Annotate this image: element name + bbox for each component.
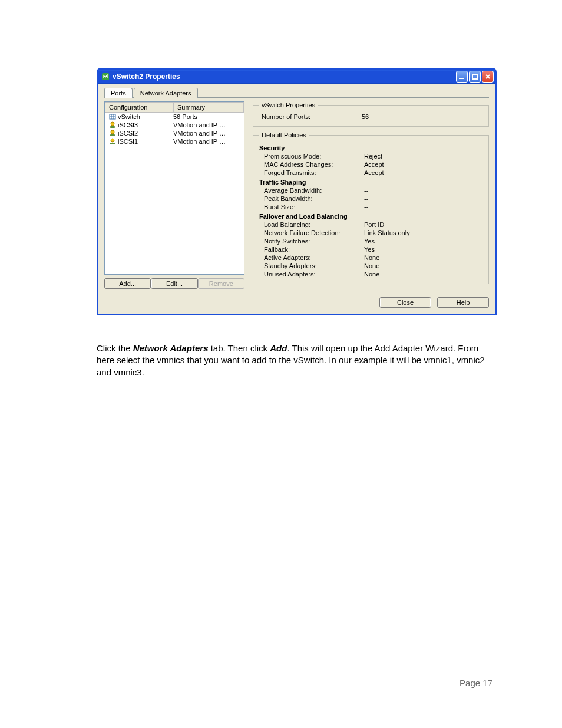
configuration-list[interactable]: Configuration Summary bbox=[104, 101, 244, 275]
maximize-button[interactable] bbox=[469, 71, 481, 83]
group-vswitch-properties: vSwitch Properties Number of Ports: 56 bbox=[253, 101, 489, 127]
list-item-summary: VMotion and IP … bbox=[173, 121, 244, 129]
tabstrip: Ports Network Adapters bbox=[104, 87, 489, 97]
tab-network-adapters[interactable]: Network Adapters bbox=[134, 88, 198, 98]
label: Average Bandwidth: bbox=[264, 187, 364, 194]
label: Load Balancing: bbox=[264, 221, 364, 228]
value-number-of-ports: 56 bbox=[362, 113, 482, 120]
dialog-help-button[interactable]: Help bbox=[437, 297, 489, 308]
text: tab. Then click bbox=[209, 343, 270, 353]
text-bold: Add bbox=[270, 343, 287, 353]
label: Burst Size: bbox=[264, 203, 364, 210]
svg-rect-10 bbox=[110, 134, 115, 136]
close-button[interactable] bbox=[482, 71, 494, 83]
value: Accept bbox=[364, 161, 482, 168]
add-button[interactable]: Add... bbox=[104, 278, 151, 289]
label-number-of-ports: Number of Ports: bbox=[262, 113, 362, 120]
label: Standby Adapters: bbox=[264, 262, 364, 269]
column-header-configuration[interactable]: Configuration bbox=[105, 102, 173, 113]
label: Network Failure Detection: bbox=[264, 229, 364, 236]
value: None bbox=[364, 262, 482, 269]
label: Failback: bbox=[264, 246, 364, 253]
value: None bbox=[364, 254, 482, 261]
window-title: vSwitch2 Properties bbox=[113, 73, 456, 81]
vswitch-icon bbox=[107, 113, 118, 121]
value: -- bbox=[364, 203, 482, 210]
value: Accept bbox=[364, 169, 482, 176]
list-item-name: vSwitch bbox=[118, 113, 173, 120]
app-icon bbox=[101, 72, 110, 81]
list-item-summary: VMotion and IP … bbox=[173, 130, 244, 137]
subheader-failover: Failover and Load Balancing bbox=[259, 213, 482, 220]
svg-point-7 bbox=[111, 122, 114, 126]
portgroup-icon bbox=[107, 137, 118, 146]
properties-dialog: vSwitch2 Properties Ports Network Adapte… bbox=[97, 68, 497, 315]
page-number: Page 17 bbox=[459, 678, 492, 688]
group-legend: vSwitch Properties bbox=[259, 101, 318, 108]
list-item-name: iSCSI3 bbox=[118, 121, 173, 129]
portgroup-icon bbox=[107, 121, 118, 129]
remove-button: Remove bbox=[198, 278, 244, 289]
group-default-policies: Default Policies Security Promiscuous Mo… bbox=[253, 131, 489, 284]
tab-ports[interactable]: Ports bbox=[104, 88, 133, 98]
list-item-name: iSCSI1 bbox=[118, 138, 173, 145]
svg-rect-1 bbox=[459, 78, 464, 79]
subheader-security: Security bbox=[259, 144, 482, 151]
list-item[interactable]: vSwitch 56 Ports bbox=[105, 113, 244, 121]
list-item-summary: VMotion and IP … bbox=[173, 138, 244, 145]
list-item[interactable]: iSCSI1 VMotion and IP … bbox=[105, 137, 244, 146]
text-bold: Network Adapters bbox=[133, 343, 209, 353]
edit-button[interactable]: Edit... bbox=[151, 278, 197, 289]
value: -- bbox=[364, 195, 482, 202]
subheader-traffic-shaping: Traffic Shaping bbox=[259, 179, 482, 186]
svg-rect-12 bbox=[110, 143, 115, 144]
label: Peak Bandwidth: bbox=[264, 195, 364, 202]
list-item[interactable]: iSCSI2 VMotion and IP … bbox=[105, 129, 244, 137]
label: Promiscuous Mode: bbox=[264, 153, 364, 160]
titlebar[interactable]: vSwitch2 Properties bbox=[98, 70, 495, 84]
list-item-name: iSCSI2 bbox=[118, 130, 173, 137]
value: -- bbox=[364, 187, 482, 194]
portgroup-icon bbox=[107, 129, 118, 137]
label: Unused Adapters: bbox=[264, 271, 364, 278]
label: Notify Switches: bbox=[264, 238, 364, 245]
text: Click the bbox=[97, 343, 133, 353]
column-header-summary[interactable]: Summary bbox=[173, 102, 244, 113]
minimize-button[interactable] bbox=[456, 71, 468, 83]
svg-point-9 bbox=[111, 130, 114, 134]
value: Yes bbox=[364, 246, 482, 253]
svg-rect-2 bbox=[472, 74, 477, 79]
group-legend: Default Policies bbox=[259, 131, 309, 139]
dialog-close-button[interactable]: Close bbox=[379, 297, 431, 308]
svg-point-11 bbox=[111, 139, 114, 142]
value: Port ID bbox=[364, 221, 482, 228]
instruction-paragraph: Click the Network Adapters tab. Then cli… bbox=[97, 342, 490, 378]
label: Active Adapters: bbox=[264, 254, 364, 261]
label: MAC Address Changes: bbox=[264, 161, 364, 168]
list-item[interactable]: iSCSI3 VMotion and IP … bbox=[105, 121, 244, 129]
value: Reject bbox=[364, 153, 482, 160]
svg-rect-8 bbox=[110, 126, 115, 128]
label: Forged Transmits: bbox=[264, 169, 364, 176]
list-item-summary: 56 Ports bbox=[173, 113, 244, 120]
value: None bbox=[364, 271, 482, 278]
value: Yes bbox=[364, 238, 482, 245]
value: Link Status only bbox=[364, 229, 482, 236]
